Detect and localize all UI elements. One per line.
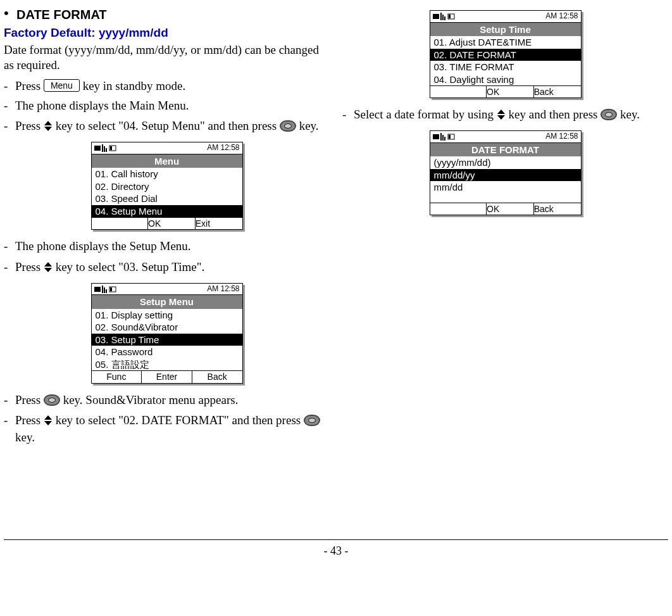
svg-rect-31 — [449, 135, 451, 139]
menu-item[interactable]: 04. Password — [92, 346, 242, 358]
step-text: Press Menu key in standby mode. — [15, 79, 330, 94]
menu-item-selected[interactable]: 04. Setup Menu — [92, 205, 242, 218]
screen-title: Setup Menu — [92, 295, 242, 309]
status-icons — [94, 284, 120, 294]
right-column: AM 12:58 Setup Time 01. Adjust DATE&TIME… — [342, 6, 668, 451]
factory-default: Factory Default: yyyy/mm/dd — [4, 25, 330, 41]
svg-rect-20 — [442, 15, 444, 20]
softkey-bar: Func Enter Back — [92, 370, 242, 382]
svg-rect-4 — [104, 146, 105, 152]
status-icons — [94, 143, 120, 153]
svg-rect-18 — [433, 14, 439, 19]
menu-item[interactable]: 01. Call history — [92, 168, 242, 180]
svg-rect-7 — [110, 146, 112, 150]
menu-item-selected[interactable]: 03. Setup Time — [92, 334, 242, 346]
softkey-center[interactable]: OK — [486, 86, 534, 97]
list-dash: - — [4, 98, 15, 114]
screen-title: Setup Time — [430, 23, 581, 37]
status-clock: AM 12:58 — [207, 284, 239, 294]
softkey-bar: OK Back — [430, 85, 581, 97]
menu-item[interactable]: 02. Directory — [92, 180, 242, 193]
menu-item[interactable]: 04. Daylight saving — [430, 73, 581, 86]
softkey-center[interactable]: OK — [486, 203, 534, 215]
svg-rect-28 — [442, 135, 444, 141]
softkey-center[interactable]: Enter — [142, 371, 192, 382]
updown-icon — [44, 120, 53, 135]
svg-rect-15 — [110, 287, 112, 291]
svg-rect-27 — [440, 133, 442, 141]
step-text: The phone displays the Main Menu. — [15, 98, 330, 114]
svg-rect-26 — [433, 134, 439, 139]
svg-rect-21 — [444, 16, 445, 20]
list-dash: - — [4, 413, 15, 445]
menu-item[interactable]: 01. Display setting — [92, 309, 242, 322]
screen-setup-menu: AM 12:58 Setup Menu 01. Display setting … — [91, 283, 243, 384]
status-clock: AM 12:58 — [545, 11, 578, 22]
softkey-right[interactable]: Back — [534, 86, 581, 97]
softkey-right[interactable]: Back — [192, 371, 242, 382]
menu-item[interactable]: 01. Adjust DATE&TIME — [430, 36, 581, 49]
menu-item[interactable]: 03. Speed Dial — [92, 192, 242, 205]
menu-item[interactable]: mm/dd — [430, 181, 581, 194]
updown-icon — [44, 414, 53, 430]
section-bullet: • — [4, 6, 16, 25]
svg-rect-13 — [106, 289, 107, 293]
list-dash: - — [4, 239, 15, 255]
softkey-right[interactable]: Back — [534, 203, 581, 215]
softkey-left[interactable]: Func — [92, 371, 142, 382]
step-text: The phone displays the Setup Menu. — [15, 239, 330, 255]
menu-item[interactable]: 05. 言語設定 — [92, 358, 242, 371]
ok-key-icon — [280, 120, 296, 132]
screen-date-format: AM 12:58 DATE FORMAT (yyyy/mm/dd) mm/dd/… — [430, 130, 582, 215]
left-column: • DATE FORMAT Factory Default: yyyy/mm/d… — [4, 6, 330, 451]
svg-rect-1 — [44, 125, 53, 127]
menu-item-selected[interactable]: 02. DATE FORMAT — [430, 49, 581, 61]
status-clock: AM 12:58 — [207, 143, 239, 153]
svg-rect-5 — [106, 148, 107, 152]
svg-rect-9 — [44, 267, 53, 268]
updown-icon — [497, 108, 506, 124]
svg-rect-19 — [440, 13, 442, 20]
list-dash: - — [4, 393, 15, 408]
step-text: Press key to select "04. Setup Menu" and… — [15, 118, 330, 135]
svg-rect-11 — [102, 286, 103, 293]
list-dash: - — [342, 107, 354, 124]
screen-title: DATE FORMAT — [430, 143, 581, 157]
softkey-left[interactable] — [430, 86, 487, 97]
softkey-right[interactable]: Exit — [196, 218, 242, 229]
updown-icon — [44, 261, 53, 277]
softkey-left[interactable] — [430, 203, 487, 215]
list-dash: - — [4, 260, 15, 277]
screen-setup-time: AM 12:58 Setup Time 01. Adjust DATE&TIME… — [430, 10, 582, 98]
svg-rect-23 — [449, 15, 451, 18]
softkey-center[interactable]: OK — [147, 218, 196, 229]
menu-key: Menu — [44, 79, 80, 92]
step-text: Select a date format by using key and th… — [354, 107, 668, 124]
svg-rect-2 — [94, 146, 101, 151]
menu-item[interactable]: 03. TIME FORMAT — [430, 61, 581, 73]
step-text: Press key to select "02. DATE FORMAT" an… — [15, 413, 330, 445]
list-dash: - — [4, 79, 15, 94]
list-dash: - — [4, 118, 15, 135]
step-text: Press key. Sound&Vibrator menu appears. — [15, 393, 330, 408]
status-clock: AM 12:58 — [545, 132, 578, 142]
ok-key-icon — [44, 394, 60, 406]
softkey-bar: OK Exit — [92, 217, 242, 229]
svg-rect-12 — [104, 287, 105, 293]
svg-rect-29 — [444, 137, 445, 141]
menu-item[interactable]: 02. Sound&Vibrator — [92, 321, 242, 334]
menu-item-selected[interactable]: mm/dd/yy — [430, 169, 581, 182]
screen-main-menu: AM 12:58 Menu 01. Call history 02. Direc… — [91, 142, 243, 230]
softkey-left[interactable] — [92, 218, 148, 229]
step-text: Press key to select "03. Setup Time". — [15, 260, 330, 277]
svg-rect-3 — [102, 144, 103, 152]
svg-rect-10 — [94, 287, 101, 292]
menu-item[interactable]: (yyyy/mm/dd) — [430, 156, 581, 169]
ok-key-icon — [304, 415, 320, 426]
section-title: DATE FORMAT — [16, 6, 107, 23]
svg-rect-25 — [497, 114, 506, 115]
softkey-bar: OK Back — [430, 203, 581, 215]
page-number: - 43 - — [4, 539, 668, 558]
status-icons — [433, 11, 458, 22]
ok-key-icon — [600, 109, 617, 120]
